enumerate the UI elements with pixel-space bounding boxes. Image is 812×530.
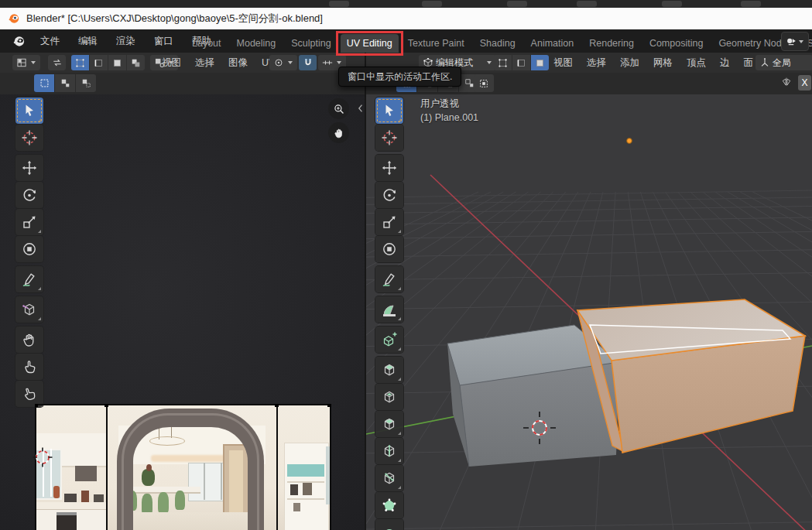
workspace-tab-layout[interactable]: Layout xyxy=(186,34,228,53)
tooltip: 窗口中显示的活动工作区. xyxy=(338,67,461,87)
pinch-tool-button[interactable] xyxy=(15,381,43,407)
sync-icon xyxy=(51,56,63,69)
uv-pivot-dropdown[interactable] xyxy=(269,55,297,70)
workspace-tab-animation[interactable]: Animation xyxy=(525,34,581,53)
uv-edge[interactable] xyxy=(330,404,331,530)
workspace-tab-sculpting[interactable]: Sculpting xyxy=(285,34,337,53)
app-menu-item-2[interactable]: 渲染 xyxy=(107,35,145,48)
move-tool-button[interactable] xyxy=(375,155,403,181)
cursor-tool-button[interactable] xyxy=(375,125,403,151)
editor-split-divider[interactable] xyxy=(365,53,366,530)
loop-cut-tool-button[interactable] xyxy=(375,438,403,464)
uv-selmode-face[interactable] xyxy=(108,55,126,70)
uv-image-teal-shelf xyxy=(287,464,324,477)
uv-selmode-edge[interactable] xyxy=(90,55,108,70)
cropped-taskbar-icon xyxy=(662,1,682,7)
uv-sync-selection-button[interactable] xyxy=(48,55,66,70)
inset-faces-tool-button[interactable] xyxy=(375,384,403,410)
measure-tool-button[interactable] xyxy=(375,296,403,323)
uv-image-shelf-item xyxy=(293,503,300,511)
uv-vertex[interactable] xyxy=(327,404,331,407)
viewport-menu-5[interactable]: 边 xyxy=(713,56,737,70)
scale-tool-button[interactable] xyxy=(375,209,403,235)
workspace-tab-uv-editing[interactable]: UV Editing xyxy=(341,34,399,53)
chevron-down-icon xyxy=(337,61,341,64)
uv-snap-toggle[interactable] xyxy=(299,55,317,70)
app-menu-item-1[interactable]: 编辑 xyxy=(69,35,107,48)
uv-editor-type-dropdown[interactable] xyxy=(12,55,40,70)
box-select-region-button[interactable] xyxy=(474,74,494,92)
mesh-selmode-edge[interactable] xyxy=(512,55,530,70)
uv-image-panorama xyxy=(35,404,331,530)
uv-selection-mode-buttons xyxy=(71,55,145,70)
viewport-3d-area[interactable]: 用户透视 (1) Plane.001 xyxy=(366,94,812,530)
viewport-menu-4[interactable]: 顶点 xyxy=(680,56,713,70)
app-menu-item-0[interactable]: 文件 xyxy=(31,35,69,48)
workspace-tab-shading[interactable]: Shading xyxy=(474,34,522,53)
orientation-label: 全局 xyxy=(773,56,791,70)
add-cube-tool-button[interactable] xyxy=(375,327,403,353)
mesh-select-mode-buttons xyxy=(494,55,549,70)
knife-tool-button[interactable] xyxy=(375,465,403,491)
uv-editor-area[interactable] xyxy=(0,94,365,530)
rotate-tool-button[interactable] xyxy=(15,182,43,208)
rip-region-tool-button[interactable] xyxy=(15,296,43,323)
spin-tool-button[interactable] xyxy=(375,519,403,530)
transform-tool-button[interactable] xyxy=(15,236,43,262)
pivot-icon xyxy=(272,56,285,69)
chevron-down-icon xyxy=(288,61,293,64)
annotate-tool-button[interactable] xyxy=(375,266,403,292)
blender-logo-icon[interactable] xyxy=(12,35,26,48)
workspace-tab-texture-paint[interactable]: Texture Paint xyxy=(402,34,471,53)
uv-image-counter-item xyxy=(94,494,104,502)
magnifier-plus-icon xyxy=(333,103,345,115)
uv-vertex[interactable] xyxy=(35,404,38,407)
extrude-region-tool-button[interactable] xyxy=(375,357,403,383)
uv-menu-1[interactable]: 选择 xyxy=(188,56,221,70)
mesh-selmode-vertex[interactable] xyxy=(494,55,512,70)
transform-orientation-dropdown[interactable]: 全局 xyxy=(755,55,812,70)
viewport-menus: 视图选择添加网格顶点边面UV xyxy=(546,53,787,73)
uv-menu-2[interactable]: 图像 xyxy=(221,56,255,70)
rotate-tool-button[interactable] xyxy=(375,182,403,208)
scale-tool-button[interactable] xyxy=(15,209,43,235)
annotate-tool-button[interactable] xyxy=(15,266,43,292)
viewport-menu-3[interactable]: 网格 xyxy=(646,56,680,70)
uv-2d-cursor[interactable] xyxy=(33,447,53,467)
cursor-tool-button[interactable] xyxy=(15,125,43,151)
move-tool-button[interactable] xyxy=(15,155,43,181)
grab-tool-button[interactable] xyxy=(15,327,43,353)
uv-selop-selop-new[interactable] xyxy=(34,74,54,92)
scene-selector[interactable] xyxy=(781,32,809,51)
uv-selmode-island[interactable] xyxy=(127,55,145,70)
uv-vertex[interactable] xyxy=(104,404,108,407)
uv-vertex[interactable] xyxy=(275,404,279,407)
uv-select-op-buttons xyxy=(34,74,96,92)
zoom-gizmo[interactable] xyxy=(328,98,349,119)
relax-tool-button[interactable] xyxy=(15,354,43,380)
uv-seam-edge[interactable] xyxy=(276,404,278,530)
viewport-menu-2[interactable]: 添加 xyxy=(613,56,646,70)
viewport-menu-1[interactable]: 选择 xyxy=(580,56,613,70)
workspace-tab-modeling[interactable]: Modeling xyxy=(231,34,283,53)
uv-editor-menus: 视图选择图像UV xyxy=(155,53,282,73)
workspace-tab-compositing[interactable]: Compositing xyxy=(643,34,709,53)
uv-selop-selop-extend[interactable] xyxy=(55,74,75,92)
uv-menu-0[interactable]: 视图 xyxy=(155,56,188,70)
poly-build-tool-button[interactable] xyxy=(375,492,403,518)
uv-edge[interactable] xyxy=(35,404,331,405)
uv-seam-edge[interactable] xyxy=(106,404,108,530)
tweak-tool-button[interactable] xyxy=(15,97,43,124)
pan-gizmo[interactable] xyxy=(328,122,349,143)
object-origin-dot[interactable] xyxy=(627,138,632,144)
uv-selmode-vertex[interactable] xyxy=(71,55,89,70)
bevel-tool-button[interactable] xyxy=(375,411,403,437)
mirror-x-toggle[interactable]: X xyxy=(798,75,811,91)
blender-logo-icon xyxy=(8,12,20,25)
viewport-menu-0[interactable]: 视图 xyxy=(546,56,580,70)
transform-tool-button[interactable] xyxy=(375,236,403,262)
workspace-tab-rendering[interactable]: Rendering xyxy=(583,34,640,53)
app-menu-item-3[interactable]: 窗口 xyxy=(145,35,183,48)
uv-selop-selop-subtract[interactable] xyxy=(76,74,96,92)
tweak-tool-button[interactable] xyxy=(375,97,403,124)
